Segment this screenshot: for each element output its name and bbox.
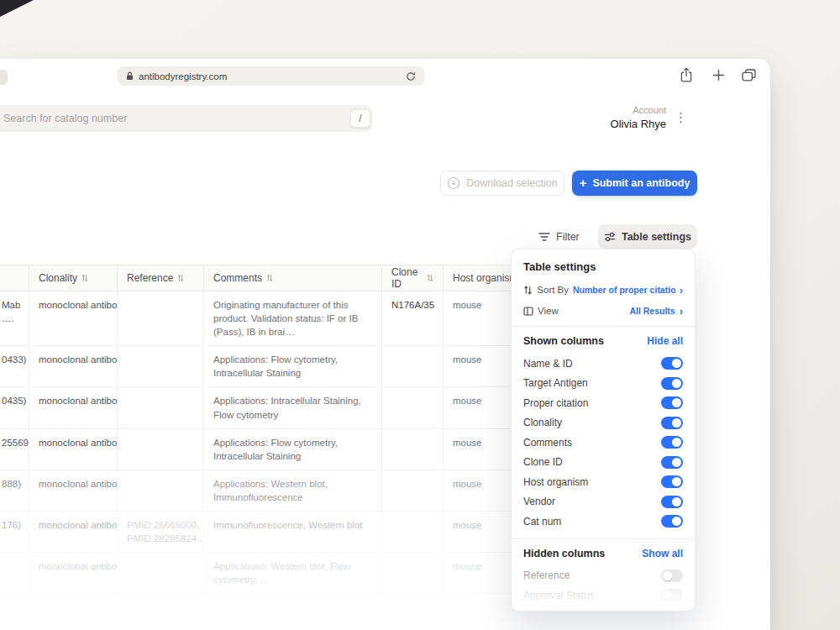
- toggle-knob: [672, 497, 681, 507]
- toggle-comments[interactable]: [661, 436, 683, 449]
- cell-clone-id: N176A/35: [382, 291, 444, 345]
- submit-antibody-button[interactable]: + Submit an antibody: [572, 171, 697, 196]
- table-row[interactable]: 25569) monoclonal antibody Applications:…: [0, 429, 529, 470]
- toggle-host-organism[interactable]: [661, 475, 683, 488]
- toggle-reference[interactable]: [661, 570, 683, 582]
- toggle-clonality[interactable]: [661, 417, 683, 429]
- table-row[interactable]: 176) monoclonal antibody PMID:26665000, …: [0, 512, 529, 553]
- browser-chrome: antibodyregistry.com: [0, 59, 770, 92]
- cell-comments: Immunofluorescence, Western blot: [204, 512, 382, 552]
- sliders-icon: [604, 232, 616, 242]
- tabs-overview-icon[interactable]: [739, 66, 758, 84]
- toggle-knob: [663, 571, 672, 580]
- column-toggle-row: Comments: [523, 433, 683, 453]
- cell-clone-id: [382, 387, 444, 428]
- toggle-proper-citation[interactable]: [661, 396, 683, 409]
- cell-id: 176): [0, 512, 29, 552]
- hidden-columns-header: Hidden columns Show all: [523, 548, 683, 559]
- download-circle-icon: [447, 176, 460, 190]
- url-bar[interactable]: antibodyregistry.com: [118, 66, 424, 86]
- table-header-reference[interactable]: Reference: [118, 265, 204, 291]
- toggle-cat-num[interactable]: [661, 515, 683, 528]
- toggle-approval-status[interactable]: [661, 589, 683, 601]
- filter-button[interactable]: Filter: [538, 225, 580, 249]
- hidden-columns-title: Hidden columns: [523, 548, 605, 559]
- search-input[interactable]: [0, 105, 372, 132]
- column-toggle-label: Clonality: [523, 417, 562, 428]
- column-toggle-label: Target Antigen: [523, 377, 588, 389]
- shown-columns-title: Shown columns: [523, 335, 604, 347]
- sort-arrows-icon: [81, 274, 88, 282]
- lock-icon: [126, 71, 134, 81]
- sort-by-label: Sort By: [537, 285, 569, 295]
- cell-clone-id: [382, 553, 444, 593]
- column-toggle-row: Proper citation: [523, 393, 683, 413]
- account-kebab-menu-icon[interactable]: ⋮: [675, 108, 687, 127]
- hide-all-link[interactable]: Hide all: [647, 335, 683, 347]
- table-header-clonality[interactable]: Clonality: [29, 265, 118, 291]
- filter-label: Filter: [556, 231, 580, 243]
- cell-comments: Applications: Flow cytometry, Intracellu…: [204, 429, 382, 470]
- table-row[interactable]: 0433) monoclonal antibody Applications: …: [0, 346, 529, 387]
- table-header-id: [0, 265, 29, 291]
- show-all-link[interactable]: Show all: [642, 548, 683, 559]
- cell-clone-id: [382, 470, 444, 511]
- toggle-vendor[interactable]: [661, 496, 683, 508]
- share-icon[interactable]: [677, 66, 696, 84]
- table-header-comments[interactable]: Comments: [204, 265, 382, 291]
- column-toggle-row: Cat num: [523, 512, 683, 532]
- table-row[interactable]: monoclonal antibody Applications: Wester…: [0, 553, 529, 594]
- plus-icon: +: [580, 176, 587, 190]
- column-toggle-row: Target Antigen: [523, 374, 683, 394]
- cell-reference: [118, 429, 204, 470]
- table-settings-label: Table settings: [622, 231, 691, 243]
- table-settings-button[interactable]: Table settings: [598, 224, 697, 249]
- toggle-knob: [672, 379, 681, 388]
- column-toggle-label: Name & ID: [523, 358, 573, 370]
- view-row[interactable]: View All Results ›: [523, 302, 683, 319]
- browser-window: antibodyregistry.com / Account Olivia Rh…: [0, 59, 770, 630]
- toggle-clone-id[interactable]: [661, 456, 683, 469]
- table-settings-panel: Table settings Sort By Number of proper …: [511, 249, 696, 612]
- column-toggle-label: Vendor: [523, 496, 555, 507]
- column-toggle-label: Comments: [523, 437, 572, 449]
- toggle-target-antigen[interactable]: [661, 377, 683, 390]
- sort-by-row[interactable]: Sort By Number of proper citation ›: [523, 281, 683, 298]
- chevron-right-icon: ›: [680, 285, 683, 296]
- cell-reference: [118, 553, 204, 593]
- cell-id: 888): [0, 470, 29, 511]
- shown-columns-header: Shown columns Hide all: [523, 335, 683, 347]
- download-selection-button[interactable]: Download selection: [440, 171, 564, 196]
- cell-clonality: monoclonal antibody: [29, 470, 118, 511]
- sort-arrows-icon: [177, 274, 184, 282]
- cell-comments: Applications: Western blot, Immunofluore…: [204, 470, 382, 511]
- table-row[interactable]: 888) monoclonal antibody Applications: W…: [0, 470, 529, 512]
- view-label: View: [538, 306, 559, 316]
- cell-id: Mab ….: [0, 291, 29, 345]
- column-toggle-label: Cat num: [523, 516, 561, 528]
- cell-clone-id: [382, 346, 444, 386]
- column-toggle-row: Clonality: [523, 413, 683, 433]
- cell-comments: Originating manufacturer of this product…: [204, 291, 382, 345]
- sort-arrows-icon: [523, 286, 533, 295]
- new-tab-plus-icon[interactable]: [709, 66, 727, 84]
- toggle-knob: [672, 517, 681, 526]
- toggle-knob: [672, 458, 681, 467]
- cell-reference: [118, 346, 204, 386]
- table-row[interactable]: 0435) monoclonal antibody Applications: …: [0, 387, 529, 428]
- table-row[interactable]: Mab …. monoclonal antibody Originating m…: [0, 291, 529, 346]
- reload-icon[interactable]: [406, 71, 416, 81]
- column-toggle-row: Name & ID: [523, 354, 683, 374]
- panel-divider: [512, 538, 695, 539]
- submit-antibody-label: Submit an antibody: [592, 177, 690, 189]
- panel-divider: [512, 326, 695, 327]
- column-toggle-row: Approval Status: [523, 585, 683, 606]
- toggle-name-id[interactable]: [661, 357, 683, 370]
- account-widget: Account Olivia Rhye: [611, 105, 666, 130]
- table-header-clone-id[interactable]: Clone ID: [382, 265, 444, 291]
- cell-comments: Applications: Western blot, Flow cytomet…: [204, 553, 382, 593]
- column-toggle-label: Clone ID: [523, 456, 563, 468]
- column-toggle-row: Reference: [523, 566, 683, 586]
- cell-clonality: monoclonal antibody: [29, 512, 118, 552]
- toggle-knob: [672, 418, 681, 428]
